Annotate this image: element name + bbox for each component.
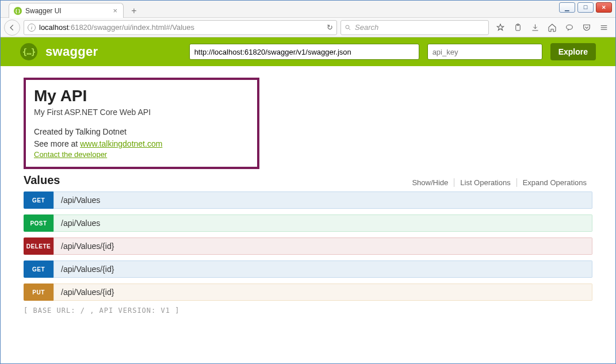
- list-ops-link[interactable]: List Operations: [454, 178, 516, 187]
- swagger-header: {…} swagger Explore: [1, 37, 615, 66]
- new-tab-button[interactable]: +: [127, 5, 141, 17]
- api-subtitle: My First ASP.NET Core Web API: [34, 108, 249, 117]
- method-badge: GET: [24, 260, 53, 278]
- menu-icon[interactable]: [598, 22, 610, 33]
- tab-title: Swagger UI: [25, 7, 108, 15]
- operation-row[interactable]: PUT/api/Values/{id}: [24, 283, 592, 301]
- method-badge: PUT: [24, 283, 53, 301]
- swagger-brand: swagger: [45, 44, 98, 59]
- spec-url-input[interactable]: [189, 44, 419, 60]
- operation-path: /api/Values: [53, 191, 592, 209]
- clipboard-icon[interactable]: [512, 22, 523, 33]
- viewport: {…} swagger Explore My API My First ASP.…: [1, 37, 615, 363]
- favicon-icon: { }: [14, 7, 22, 15]
- api-title: My API: [34, 87, 249, 105]
- close-button[interactable]: [596, 2, 612, 13]
- address-bar[interactable]: i localhost:61820/swagger/ui/index.html#…: [24, 20, 337, 35]
- expand-ops-link[interactable]: Expand Operations: [517, 178, 592, 187]
- browser-window: { } Swagger UI × + i localhost:61820/swa…: [0, 0, 616, 364]
- chat-icon[interactable]: [564, 22, 575, 33]
- section-actions: Show/Hide List Operations Expand Operati…: [406, 178, 592, 187]
- maximize-button[interactable]: [577, 2, 594, 13]
- operation-row[interactable]: DELETE/api/Values/{id}: [24, 237, 592, 255]
- toolbar-icons: [492, 22, 612, 33]
- show-hide-link[interactable]: Show/Hide: [406, 178, 454, 187]
- svg-point-4: [567, 25, 573, 29]
- download-icon[interactable]: [529, 22, 541, 33]
- operation-row[interactable]: GET/api/Values/{id}: [24, 260, 592, 278]
- url-text: localhost:61820/swagger/ui/index.html#/V…: [39, 23, 323, 32]
- see-more-link[interactable]: www.talkingdotnet.com: [80, 139, 162, 148]
- swagger-logo-icon: {…}: [20, 43, 37, 60]
- window-controls: [559, 2, 612, 13]
- api-key-input[interactable]: [427, 44, 542, 60]
- pocket-icon[interactable]: [581, 22, 592, 33]
- operation-path: /api/Values/{id}: [53, 283, 592, 301]
- footer-meta: [ BASE URL: / , API VERSION: V1 ]: [24, 306, 592, 315]
- operation-row[interactable]: GET/api/Values: [24, 191, 592, 209]
- minimize-button[interactable]: [559, 2, 575, 13]
- method-badge: DELETE: [24, 237, 53, 255]
- operation-row[interactable]: POST/api/Values: [24, 214, 592, 232]
- operation-path: /api/Values: [53, 214, 592, 232]
- site-info-icon[interactable]: i: [28, 24, 36, 32]
- contact-developer-link[interactable]: Contact the developer: [34, 150, 107, 159]
- reload-icon[interactable]: ↻: [327, 23, 333, 32]
- explore-button[interactable]: Explore: [550, 43, 596, 60]
- operation-path: /api/Values/{id}: [53, 260, 592, 278]
- method-badge: POST: [24, 214, 53, 232]
- api-created-by: Created by Talking Dotnet: [34, 126, 249, 138]
- browser-tab[interactable]: { } Swagger UI ×: [9, 3, 124, 18]
- nav-bar: i localhost:61820/swagger/ui/index.html#…: [1, 18, 615, 37]
- api-see-more: See more at www.talkingdotnet.com: [34, 138, 249, 150]
- operations-list: GET/api/ValuesPOST/api/ValuesDELETE/api/…: [24, 191, 592, 301]
- bookmark-star-icon[interactable]: [495, 22, 506, 33]
- tab-close-icon[interactable]: ×: [112, 6, 118, 15]
- api-info-box: My API My First ASP.NET Core Web API Cre…: [24, 78, 259, 169]
- svg-line-1: [349, 28, 351, 30]
- home-icon[interactable]: [546, 22, 558, 33]
- content: My API My First ASP.NET Core Web API Cre…: [1, 66, 615, 326]
- svg-point-0: [346, 25, 349, 29]
- search-placeholder: Search: [355, 23, 378, 32]
- operation-path: /api/Values/{id}: [53, 237, 592, 255]
- section-title[interactable]: Values: [24, 174, 60, 187]
- method-badge: GET: [24, 191, 53, 209]
- section-header: Values Show/Hide List Operations Expand …: [24, 174, 592, 188]
- back-button[interactable]: [4, 20, 20, 36]
- search-box[interactable]: Search: [340, 20, 489, 35]
- tab-strip: { } Swagger UI × +: [1, 1, 615, 18]
